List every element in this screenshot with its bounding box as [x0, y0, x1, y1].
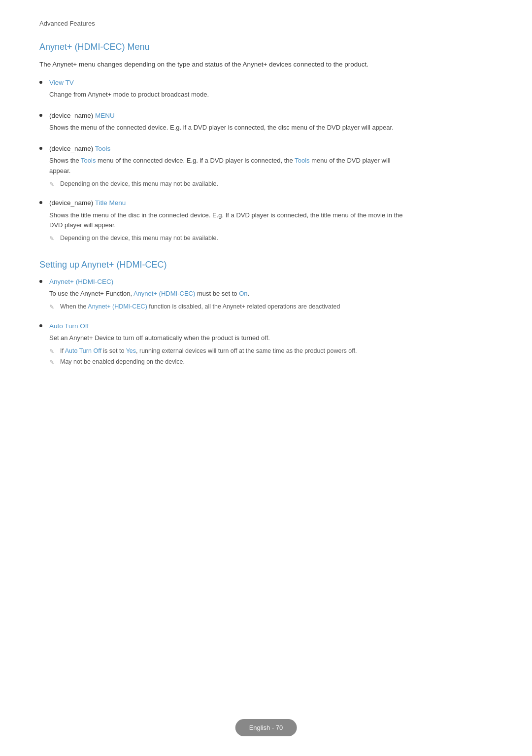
page-header-title: Advanced Features — [39, 20, 95, 27]
note-list: Depending on the device, this menu may n… — [49, 234, 404, 243]
note-item: Depending on the device, this menu may n… — [49, 234, 404, 243]
list-item: (device_name) MENU Shows the menu of the… — [39, 111, 404, 136]
item-desc: To use the Anynet+ Function, Anynet+ (HD… — [49, 289, 404, 299]
section2-title: Setting up Anynet+ (HDMI-CEC) — [39, 260, 404, 270]
item-title: Anynet+ (HDMI-CEC) — [49, 277, 404, 287]
footer-label: English - 70 — [249, 724, 283, 731]
item-desc: Shows the title menu of the disc in the … — [49, 210, 404, 231]
item-title: View TV — [49, 78, 404, 88]
note-text: Depending on the device, this menu may n… — [60, 234, 218, 243]
note-item: When the Anynet+ (HDMI-CEC) function is … — [49, 302, 404, 311]
bullet-dot — [39, 81, 42, 84]
device-name-label: (device_name) — [49, 145, 95, 152]
bullet-dot — [39, 201, 42, 204]
anynet-note-link[interactable]: Anynet+ (HDMI-CEC) — [88, 303, 147, 310]
page-header: Advanced Features — [39, 20, 404, 27]
yes-link[interactable]: Yes — [126, 347, 136, 354]
list-item: View TV Change from Anynet+ mode to prod… — [39, 78, 404, 103]
section2-list: Anynet+ (HDMI-CEC) To use the Anynet+ Fu… — [39, 277, 404, 369]
note-text: May not be enabled depending on the devi… — [60, 357, 185, 367]
bullet-content: View TV Change from Anynet+ mode to prod… — [49, 78, 404, 103]
on-link[interactable]: On — [239, 290, 247, 297]
bullet-dot — [39, 147, 42, 150]
pencil-icon — [49, 234, 56, 241]
list-item: (device_name) Tools Shows the Tools menu… — [39, 144, 404, 191]
list-item: (device_name) Title Menu Shows the title… — [39, 198, 404, 245]
bullet-content: Anynet+ (HDMI-CEC) To use the Anynet+ Fu… — [49, 277, 404, 313]
anynet-hdmi-link[interactable]: Anynet+ (HDMI-CEC) — [49, 278, 113, 285]
item-title: (device_name) Tools — [49, 144, 404, 154]
bullet-content: Auto Turn Off Set an Anynet+ Device to t… — [49, 321, 404, 369]
bullet-content: (device_name) Tools Shows the Tools menu… — [49, 144, 404, 191]
item-desc: Change from Anynet+ mode to product broa… — [49, 90, 404, 100]
auto-turn-off-inline-link[interactable]: Auto Turn Off — [65, 347, 101, 354]
item-desc: Shows the Tools menu of the connected de… — [49, 156, 404, 176]
section1-list: View TV Change from Anynet+ mode to prod… — [39, 78, 404, 245]
note-text: Depending on the device, this menu may n… — [60, 179, 218, 189]
pencil-icon — [49, 358, 56, 365]
item-desc: Shows the menu of the connected device. … — [49, 123, 404, 133]
menu-link[interactable]: MENU — [95, 112, 115, 119]
section1-intro: The Anynet+ menu changes depending on th… — [39, 59, 404, 70]
note-text: If Auto Turn Off is set to Yes, running … — [60, 346, 357, 356]
auto-turn-off-link[interactable]: Auto Turn Off — [49, 322, 89, 330]
item-title: Auto Turn Off — [49, 321, 404, 331]
device-name-label: (device_name) — [49, 112, 95, 119]
note-item: Depending on the device, this menu may n… — [49, 179, 404, 189]
tools-link[interactable]: Tools — [95, 145, 111, 152]
bullet-content: (device_name) MENU Shows the menu of the… — [49, 111, 404, 136]
section-setup-anynet: Setting up Anynet+ (HDMI-CEC) Anynet+ (H… — [39, 260, 404, 369]
tools-inline-link2[interactable]: Tools — [295, 157, 309, 164]
view-tv-link[interactable]: View TV — [49, 79, 74, 86]
anynet-inline-link[interactable]: Anynet+ (HDMI-CEC) — [133, 290, 195, 297]
bullet-dot — [39, 324, 42, 327]
note-text: When the Anynet+ (HDMI-CEC) function is … — [60, 302, 340, 311]
device-name-label: (device_name) — [49, 199, 95, 206]
section-anynet-menu: Anynet+ (HDMI-CEC) Menu The Anynet+ menu… — [39, 42, 404, 245]
list-item: Auto Turn Off Set an Anynet+ Device to t… — [39, 321, 404, 369]
note-item: May not be enabled depending on the devi… — [49, 357, 404, 367]
item-title: (device_name) Title Menu — [49, 198, 404, 208]
pencil-icon — [49, 180, 56, 187]
note-list: When the Anynet+ (HDMI-CEC) function is … — [49, 302, 404, 311]
item-title: (device_name) MENU — [49, 111, 404, 121]
note-list: If Auto Turn Off is set to Yes, running … — [49, 346, 404, 367]
footer-badge: English - 70 — [235, 719, 297, 736]
note-item: If Auto Turn Off is set to Yes, running … — [49, 346, 404, 356]
pencil-icon — [49, 303, 56, 309]
section1-title: Anynet+ (HDMI-CEC) Menu — [39, 42, 404, 52]
bullet-content: (device_name) Title Menu Shows the title… — [49, 198, 404, 245]
item-desc: Set an Anynet+ Device to turn off automa… — [49, 333, 404, 344]
bullet-dot — [39, 114, 42, 117]
pencil-icon — [49, 347, 56, 354]
list-item: Anynet+ (HDMI-CEC) To use the Anynet+ Fu… — [39, 277, 404, 313]
bullet-dot — [39, 280, 42, 283]
title-menu-link[interactable]: Title Menu — [95, 199, 126, 206]
tools-inline-link[interactable]: Tools — [81, 157, 96, 164]
note-list: Depending on the device, this menu may n… — [49, 179, 404, 189]
